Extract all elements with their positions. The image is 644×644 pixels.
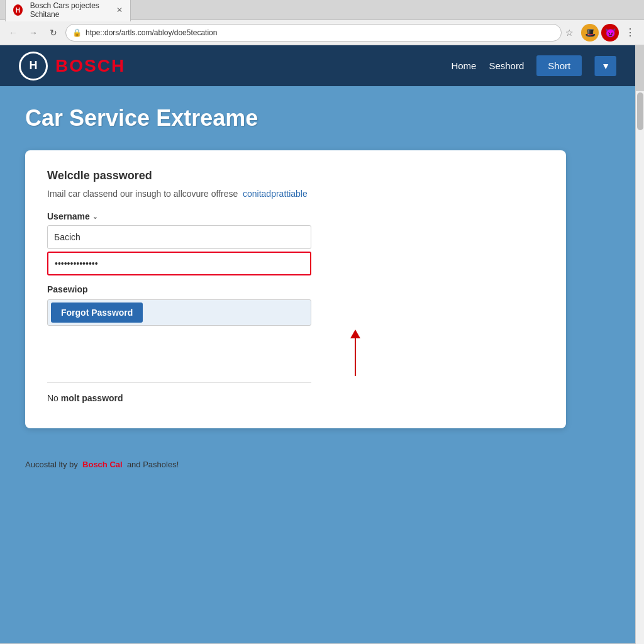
card-title: Welcdle passwored [47, 169, 544, 182]
card-subtitle-link[interactable]: conitadprattiable [243, 189, 308, 199]
username-input[interactable] [47, 225, 311, 249]
no-password-bold: molt password [61, 393, 123, 403]
logo-letter: H [30, 59, 38, 72]
scrollbar[interactable] [635, 91, 644, 644]
browser-chrome: H Bosch Cars pojectes Schitane ✕ ← → ↻ 🔒… [0, 0, 644, 45]
password-label: Pasewiop [47, 284, 544, 294]
lock-icon: 🔒 [72, 28, 82, 37]
label-arrow-icon: ⌄ [92, 213, 97, 220]
website: H BOSCH Home Seshord Short ▼ Car Service… [0, 45, 635, 643]
menu-button[interactable]: ⋮ [621, 24, 639, 42]
tab-close-button[interactable]: ✕ [116, 6, 123, 14]
scrollbar-thumb[interactable] [637, 92, 643, 130]
nav-dropdown-button[interactable]: ▼ [594, 56, 616, 76]
extension-icon-2[interactable]: 😈 [601, 24, 619, 42]
forgot-btn-area: Forgot Password [47, 299, 311, 326]
forgot-password-button[interactable]: Forgot Password [51, 303, 143, 323]
arrow-line [355, 338, 356, 376]
main-content: Car Service Extreame Welcdle passwored I… [0, 86, 635, 447]
site-header: H BOSCH Home Seshord Short ▼ [0, 45, 635, 86]
page-title: Car Service Extreame [25, 105, 610, 131]
logo-area: H BOSCH [19, 52, 125, 80]
browser-tab[interactable]: H Bosch Cars pojectes Schitane ✕ [5, 0, 131, 21]
no-password-text: No molt password [47, 393, 544, 403]
card-subtitle-text: Imail car classend our insugh to allcovu… [47, 189, 238, 199]
login-card: Welcdle passwored Imail car classend our… [25, 150, 566, 428]
nav-home[interactable]: Home [451, 60, 476, 71]
bosch-logo-circle: H [19, 52, 48, 80]
reload-button[interactable]: ↻ [45, 25, 62, 41]
back-button[interactable]: ← [5, 25, 21, 41]
footer-brand-link[interactable]: Bosch Cal [82, 460, 123, 469]
arrow-head-icon [350, 330, 360, 338]
extension-icon-1[interactable]: 🎩 [581, 24, 599, 42]
tab-title: Bosch Cars pojectes Schitane [30, 1, 113, 19]
arrow-indicator [167, 338, 544, 376]
site-footer: Aucostal lty by Bosch Cal and Pasholes! [0, 447, 635, 482]
brand-name: BOSCH [55, 56, 125, 76]
password-input[interactable] [47, 252, 311, 275]
browser-favicon: H [13, 4, 23, 16]
nav-links: Home Seshord Short ▼ [451, 55, 616, 76]
username-label: Username ⌄ [47, 211, 544, 221]
bookmark-button[interactable]: ☆ [565, 28, 574, 38]
url-text: htpe::dors/artls.com/abloy/doe5tecation [86, 28, 555, 37]
address-bar[interactable]: 🔒 htpe::dors/artls.com/abloy/doe5tecatio… [65, 24, 562, 42]
browser-nav: ← → ↻ 🔒 htpe::dors/artls.com/abloy/doe5t… [0, 20, 644, 45]
nav-seshord[interactable]: Seshord [489, 60, 524, 71]
card-subtitle: Imail car classend our insugh to allcovu… [47, 189, 544, 199]
menu-dots-icon: ⋮ [625, 26, 635, 38]
footer-suffix: and Pasholes! [127, 460, 179, 469]
nav-short-button[interactable]: Short [536, 55, 582, 76]
browser-titlebar: H Bosch Cars pojectes Schitane ✕ [0, 0, 644, 20]
footer-prefix: Aucostal lty by [25, 460, 78, 469]
browser-actions: 🎩 😈 ⋮ [581, 24, 639, 42]
card-divider [47, 382, 311, 383]
forward-button[interactable]: → [25, 25, 42, 41]
